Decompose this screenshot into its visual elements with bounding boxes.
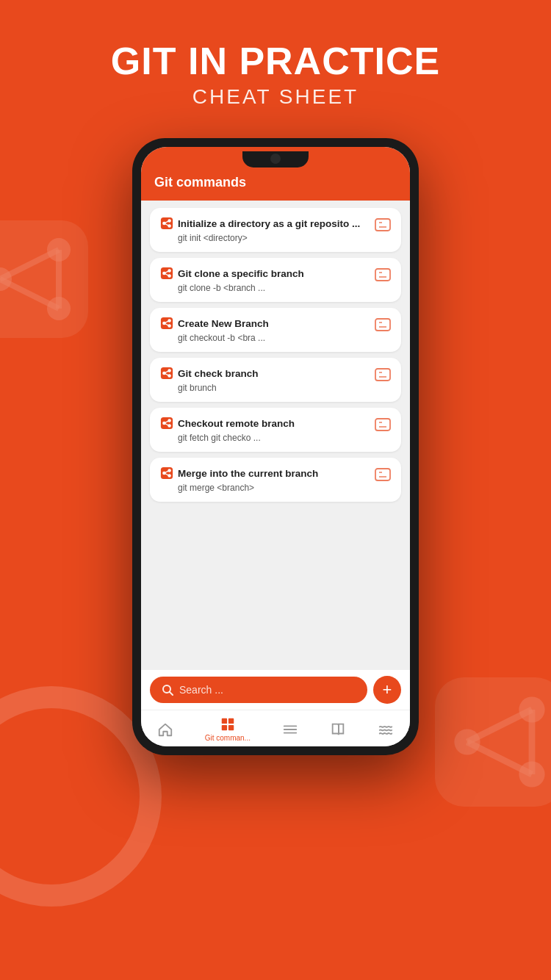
- svg-point-43: [162, 422, 166, 425]
- command-code: git merge <branch>: [178, 483, 375, 493]
- svg-point-30: [168, 319, 171, 323]
- svg-line-57: [170, 692, 173, 695]
- git-icon: [160, 267, 173, 280]
- command-card-left: Initialize a directory as a git reposito…: [160, 217, 375, 243]
- svg-rect-41: [375, 369, 390, 381]
- command-code: git checkout -b <bra ...: [178, 333, 375, 343]
- command-card-left: Merge into the current branch git merge …: [160, 466, 375, 493]
- app-header-title: Git commands: [154, 175, 397, 190]
- svg-point-10: [519, 761, 544, 787]
- list-item[interactable]: Initialize a directory as a git reposito…: [150, 208, 401, 252]
- svg-rect-59: [228, 718, 234, 724]
- svg-point-29: [162, 322, 166, 325]
- svg-rect-48: [375, 419, 390, 430]
- expand-icon[interactable]: [375, 418, 391, 431]
- git-icon: [160, 317, 173, 330]
- search-bar[interactable]: Search ...: [150, 677, 367, 703]
- svg-point-50: [162, 472, 166, 475]
- command-title: Git check branch: [178, 368, 259, 379]
- page-title: GIT IN PRACTICE: [0, 40, 551, 82]
- app-content: Initialize a directory as a git reposito…: [141, 201, 410, 670]
- command-title-row: Checkout remote branch: [160, 417, 375, 430]
- phone-mockup: Git commands: [0, 138, 551, 755]
- list-item[interactable]: Git clone a specific branch git clone -b…: [150, 258, 401, 302]
- svg-rect-27: [375, 269, 390, 281]
- command-card-left: Checkout remote branch git fetch git che…: [160, 417, 375, 443]
- nav-item-grid[interactable]: Git comman...: [205, 716, 251, 742]
- svg-point-16: [168, 219, 171, 223]
- git-icon: [160, 466, 173, 480]
- command-title-row: Create New Branch: [160, 317, 375, 330]
- command-title-row: Initialize a directory as a git reposito…: [160, 217, 375, 230]
- expand-icon[interactable]: [375, 218, 391, 231]
- command-code: git clone -b <branch ...: [178, 283, 375, 293]
- command-title-row: Merge into the current branch: [160, 466, 375, 480]
- command-code: git brunch: [178, 383, 375, 393]
- add-button[interactable]: +: [373, 676, 401, 704]
- list-item[interactable]: Git check branch git brunch: [150, 358, 401, 402]
- command-title: Git clone a specific branch: [178, 268, 304, 279]
- command-card-left: Git clone a specific branch git clone -b…: [160, 267, 375, 293]
- command-card-left: Git check branch git brunch: [160, 367, 375, 393]
- expand-icon[interactable]: [375, 318, 391, 331]
- svg-rect-20: [375, 219, 390, 231]
- svg-point-36: [162, 372, 166, 375]
- svg-rect-60: [222, 725, 227, 730]
- search-icon: [162, 684, 173, 696]
- phone-camera: [270, 154, 281, 164]
- list-item[interactable]: Checkout remote branch git fetch git che…: [150, 408, 401, 452]
- grid-icon: [220, 716, 236, 732]
- phone-screen: Git commands: [141, 147, 410, 746]
- search-placeholder: Search ...: [179, 684, 223, 696]
- command-title-row: Git clone a specific branch: [160, 267, 375, 280]
- command-title: Initialize a directory as a git reposito…: [178, 218, 360, 229]
- list-item[interactable]: Merge into the current branch git merge …: [150, 458, 401, 502]
- command-code: git init <directory>: [178, 233, 375, 243]
- command-title: Create New Branch: [178, 318, 269, 329]
- expand-icon[interactable]: [375, 268, 391, 281]
- svg-point-23: [168, 269, 171, 273]
- git-icon: [160, 417, 173, 430]
- command-title: Merge into the current branch: [178, 468, 318, 479]
- svg-rect-55: [375, 469, 390, 480]
- expand-icon[interactable]: [375, 368, 391, 381]
- git-icon: [160, 367, 173, 380]
- nav-label-grid: Git comman...: [205, 734, 251, 742]
- expand-icon[interactable]: [375, 468, 391, 481]
- svg-rect-61: [228, 725, 234, 730]
- git-icon: [160, 217, 173, 230]
- waves-icon: [378, 721, 394, 738]
- command-code: git fetch git checko ...: [178, 433, 375, 443]
- app-bottom-bar: Search ... +: [141, 670, 410, 710]
- svg-point-24: [168, 275, 171, 278]
- list-item[interactable]: Create New Branch git checkout -b <bra .…: [150, 308, 401, 352]
- nav-item-home[interactable]: [157, 721, 173, 738]
- svg-point-22: [162, 272, 166, 275]
- search-row: Search ... +: [150, 676, 401, 704]
- book-icon: [330, 721, 346, 738]
- command-title-row: Git check branch: [160, 367, 375, 380]
- list-icon: [282, 721, 298, 738]
- home-icon: [157, 721, 173, 738]
- svg-point-37: [168, 369, 171, 372]
- command-title: Checkout remote branch: [178, 418, 295, 429]
- svg-point-31: [168, 325, 171, 328]
- svg-rect-58: [222, 718, 227, 724]
- command-card-left: Create New Branch git checkout -b <bra .…: [160, 317, 375, 343]
- svg-point-15: [162, 222, 166, 226]
- bottom-nav: Git comman...: [141, 710, 410, 746]
- nav-item-book[interactable]: [330, 721, 346, 738]
- nav-item-waves[interactable]: [378, 721, 394, 738]
- phone-body: Git commands: [132, 138, 419, 755]
- svg-rect-34: [375, 319, 390, 331]
- page-subtitle: CHEAT SHEET: [0, 85, 551, 109]
- nav-item-list[interactable]: [282, 721, 298, 738]
- svg-point-17: [168, 225, 171, 228]
- page-header: GIT IN PRACTICE CHEAT SHEET: [0, 0, 551, 131]
